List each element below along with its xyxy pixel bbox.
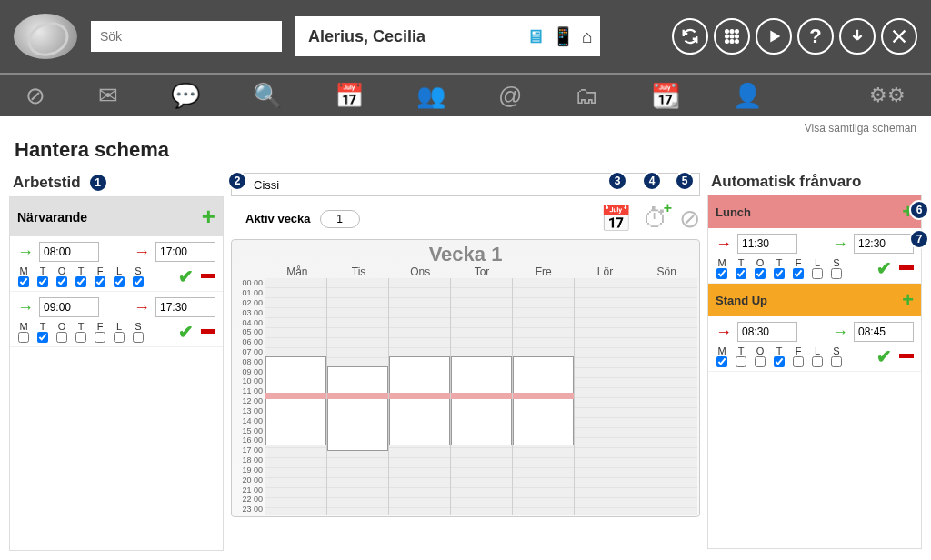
week-add-icon[interactable]: ⏱ — [643, 204, 668, 234]
monitor-icon[interactable]: 🖥 — [526, 26, 545, 47]
day-checkbox[interactable] — [812, 356, 823, 367]
view-all-link[interactable]: Visa samtliga scheman — [805, 122, 916, 135]
arrow-out-icon: → — [134, 298, 150, 317]
work-block[interactable] — [451, 356, 512, 445]
day-checkbox[interactable] — [114, 332, 125, 343]
mail-icon[interactable]: ✉ — [98, 82, 118, 110]
day-checkbox[interactable] — [75, 332, 86, 343]
day-checkbox[interactable] — [114, 276, 125, 287]
day-checkbox[interactable] — [755, 268, 766, 279]
day-checkbox[interactable] — [812, 268, 823, 279]
play-button[interactable] — [756, 18, 792, 55]
work-block[interactable] — [389, 356, 450, 445]
phone-icon[interactable]: 📱 — [552, 25, 575, 47]
day-column — [326, 278, 388, 515]
week-remove-icon[interactable]: ⊘ — [679, 204, 700, 234]
lunch-band — [513, 393, 574, 399]
absence-panel: Lunch+ → → MTOTFLS ✔ Stand Up+ → → MTOTF… — [707, 195, 922, 549]
start-time-input[interactable] — [39, 242, 99, 262]
day-column — [574, 278, 636, 515]
chat-icon[interactable]: 💬 — [171, 82, 200, 110]
worktime-panel: Närvarande + → → MTOTFLS ✔ → → MTOTFLS ✔ — [9, 196, 224, 551]
day-column — [636, 278, 697, 515]
day-checkbox[interactable] — [793, 268, 804, 279]
schedule-search-input[interactable] — [231, 173, 700, 196]
remove-icon[interactable] — [899, 265, 914, 270]
week-schedule: Vecka 1 MånTisOnsTorFreLörSön 00 0001 00… — [231, 239, 700, 517]
work-block[interactable] — [513, 356, 574, 445]
remove-icon[interactable] — [201, 274, 215, 278]
confirm-icon[interactable]: ✔ — [876, 345, 892, 367]
profile-icon[interactable]: 👤 — [733, 82, 762, 110]
remove-icon[interactable] — [201, 329, 215, 334]
day-checkbox[interactable] — [793, 356, 804, 367]
absence-start-input[interactable] — [737, 234, 797, 254]
week-calendar-icon[interactable]: 📅 — [600, 204, 632, 234]
confirm-icon[interactable]: ✔ — [876, 257, 892, 279]
day-checkbox[interactable] — [755, 356, 766, 367]
close-button[interactable] — [881, 18, 917, 55]
day-checkbox[interactable] — [75, 276, 86, 287]
home-icon[interactable]: ⌂ — [582, 26, 593, 47]
lunch-band — [451, 393, 512, 399]
schedule-column: 2 3 4 5 Aktiv vecka 📅 ⏱ ⊘ Vecka 1 MånTis… — [231, 173, 700, 517]
remove-icon[interactable] — [899, 354, 914, 358]
day-checkbox[interactable] — [18, 332, 29, 343]
day-checkbox[interactable] — [56, 332, 67, 343]
global-search-input[interactable] — [91, 21, 282, 52]
add-worktime-button[interactable]: + — [202, 203, 215, 231]
search-icon[interactable]: 🔍 — [253, 82, 282, 110]
end-time-input[interactable] — [155, 297, 215, 317]
day-checkbox[interactable] — [95, 276, 105, 287]
absence-end-input[interactable] — [854, 322, 914, 342]
calendar-icon[interactable]: 📅 — [335, 82, 364, 110]
day-checkbox[interactable] — [774, 356, 785, 367]
absence-header: Lunch+ — [708, 195, 921, 228]
arrow-in-icon: → — [17, 243, 34, 262]
day-checkbox[interactable] — [736, 268, 746, 279]
day-checkbox[interactable] — [831, 356, 842, 367]
schedule-icon[interactable]: 📆 — [651, 82, 680, 110]
worktime-row: → → MTOTFLS ✔ — [10, 292, 223, 347]
arrow-out-icon: → — [716, 323, 732, 342]
user-name-display[interactable]: Alerius, Cecilia 🖥 📱 ⌂ — [295, 16, 600, 56]
end-time-input[interactable] — [155, 242, 215, 262]
settings-icon[interactable]: ⚙⚙ — [869, 84, 906, 107]
confirm-icon[interactable]: ✔ — [178, 321, 194, 343]
confirm-icon[interactable]: ✔ — [178, 265, 194, 287]
day-checkbox[interactable] — [716, 268, 727, 279]
day-checkbox[interactable] — [18, 276, 29, 287]
grid-button[interactable] — [714, 18, 750, 55]
day-checkbox[interactable] — [133, 276, 144, 287]
absence-item: Stand Up+ → → MTOTFLS ✔ — [708, 284, 921, 372]
at-icon[interactable]: @ — [498, 82, 522, 110]
day-checkbox[interactable] — [831, 268, 842, 279]
svg-point-2 — [736, 30, 738, 33]
absence-end-input[interactable] — [854, 234, 914, 254]
work-block[interactable] — [265, 356, 326, 445]
worktime-row: → → MTOTFLS ✔ — [10, 236, 223, 292]
absence-start-input[interactable] — [737, 322, 797, 342]
day-checkbox[interactable] — [95, 332, 105, 343]
start-time-input[interactable] — [39, 297, 99, 317]
arrow-in-icon: → — [832, 235, 848, 254]
sync-button[interactable] — [672, 18, 708, 55]
help-button[interactable]: ? — [797, 18, 834, 55]
absence-item: Lunch+ → → MTOTFLS ✔ — [708, 195, 921, 284]
day-checkbox[interactable] — [716, 356, 727, 367]
people-icon[interactable]: 👥 — [416, 82, 445, 110]
arrow-in-icon: → — [832, 323, 848, 342]
download-button[interactable] — [839, 18, 876, 55]
contact-icon[interactable]: 🗂 — [575, 82, 598, 110]
active-week-select[interactable] — [320, 210, 360, 228]
lunch-band — [389, 393, 450, 399]
day-checkbox[interactable] — [56, 276, 67, 287]
day-checkbox[interactable] — [774, 268, 785, 279]
add-absence-button[interactable]: + — [902, 288, 914, 312]
work-block[interactable] — [327, 366, 388, 451]
day-checkbox[interactable] — [37, 276, 48, 287]
no-entry-icon[interactable]: ⊘ — [25, 82, 45, 110]
day-checkbox[interactable] — [37, 332, 48, 343]
day-checkbox[interactable] — [736, 356, 746, 367]
day-checkbox[interactable] — [133, 332, 144, 343]
